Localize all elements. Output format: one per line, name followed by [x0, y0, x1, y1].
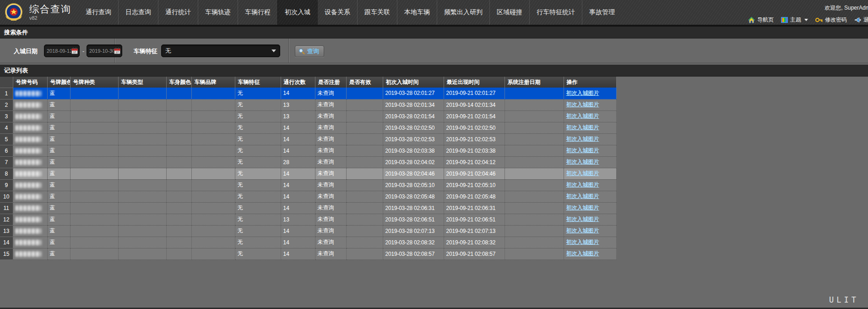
nav-item[interactable]: 事故管理 — [582, 0, 622, 25]
first-enter-image-link[interactable]: 初次入城图片 — [566, 170, 599, 177]
action[interactable]: 初次入城图片 — [564, 145, 616, 156]
column-header[interactable]: 车辆品牌 — [191, 77, 235, 88]
registered-status: 未查询 — [315, 133, 346, 145]
first-enter-image-link[interactable]: 初次入城图片 — [566, 227, 599, 234]
table-row[interactable]: 12蓝无13未查询2019-03-28 02:06:512019-09-21 0… — [0, 214, 616, 225]
column-header[interactable]: 系统注册日期 — [505, 77, 564, 88]
table-row[interactable]: 13蓝无14未查询2019-03-28 02:07:132019-09-21 0… — [0, 225, 616, 237]
first-enter-image-link[interactable]: 初次入城图片 — [566, 101, 599, 108]
table-row[interactable]: 10蓝无14未查询2019-03-28 02:05:482019-09-21 0… — [0, 191, 616, 202]
nav-item[interactable]: 通行查询 — [79, 0, 118, 25]
column-header[interactable]: 车辆类型 — [118, 77, 166, 88]
first-enter-image-link[interactable]: 初次入城图片 — [566, 239, 599, 245]
home-icon — [748, 17, 755, 23]
action[interactable]: 初次入城图片 — [564, 225, 616, 237]
column-header[interactable]: 号牌种类 — [70, 77, 118, 88]
nav-item[interactable]: 车辆行程 — [238, 0, 277, 25]
search-form: 入城日期 2018-09-13 17 - 2019-10-30 17 车辆特征 … — [0, 39, 868, 63]
first-enter-image-link[interactable]: 初次入城图片 — [566, 90, 599, 96]
column-header[interactable]: 操作 — [564, 77, 616, 88]
nav-item[interactable]: 区域碰撞 — [489, 0, 529, 25]
action[interactable]: 初次入城图片 — [564, 122, 616, 133]
valid-status — [346, 122, 383, 133]
action[interactable]: 初次入城图片 — [564, 88, 616, 99]
logout-button[interactable]: 退出 — [854, 16, 868, 24]
calendar-icon[interactable]: 17 — [71, 47, 78, 55]
nav-item[interactable]: 跟车关联 — [357, 0, 397, 25]
action[interactable]: 初次入城图片 — [564, 237, 616, 248]
table-row[interactable]: 2蓝无13未查询2019-03-28 02:01:342019-09-14 02… — [0, 99, 616, 110]
action[interactable]: 初次入城图片 — [564, 214, 616, 225]
nav-item[interactable]: 通行统计 — [158, 0, 198, 25]
table-row[interactable]: 6蓝无14未查询2019-03-28 02:03:382019-09-21 02… — [0, 145, 616, 156]
action[interactable]: 初次入城图片 — [564, 179, 616, 191]
nav-page-button[interactable]: 导航页 — [748, 16, 774, 24]
nav-item[interactable]: 日志查询 — [118, 0, 158, 25]
vehicle-feature: 无 — [235, 225, 281, 237]
table-row[interactable]: 4蓝无14未查询2019-03-28 02:02:502019-09-21 02… — [0, 122, 616, 133]
first-enter-image-link[interactable]: 初次入城图片 — [566, 250, 599, 257]
action[interactable]: 初次入城图片 — [564, 248, 616, 259]
table-row[interactable]: 3蓝无13未查询2019-03-28 02:01:542019-09-21 02… — [0, 110, 616, 122]
action[interactable]: 初次入城图片 — [564, 202, 616, 214]
calendar-icon[interactable]: 17 — [114, 47, 121, 55]
column-header[interactable]: 最近出现时间 — [444, 77, 505, 88]
column-header[interactable]: 号牌号码 — [13, 77, 47, 88]
plate-number — [13, 202, 47, 214]
column-header[interactable]: 车身颜色 — [166, 77, 191, 88]
table-row[interactable]: 8蓝无14未查询2019-03-28 02:04:462019-09-21 02… — [0, 168, 616, 179]
first-enter-image-link[interactable]: 初次入城图片 — [566, 147, 599, 154]
date-to-input[interactable]: 2019-10-30 17 — [87, 44, 122, 57]
first-enter-image-link[interactable]: 初次入城图片 — [566, 216, 599, 222]
action[interactable]: 初次入城图片 — [564, 99, 616, 110]
action[interactable]: 初次入城图片 — [564, 133, 616, 145]
table-row[interactable]: 15蓝无14未查询2019-03-28 02:08:572019-09-21 0… — [0, 248, 616, 259]
date-from-input[interactable]: 2018-09-13 17 — [44, 44, 80, 57]
row-number: 5 — [0, 133, 13, 145]
change-password-button[interactable]: 修改密码 — [815, 16, 847, 24]
action[interactable]: 初次入城图片 — [564, 156, 616, 168]
table-row[interactable]: 5蓝无14未查询2019-03-28 02:02:532019-09-21 02… — [0, 133, 616, 145]
row-number: 6 — [0, 145, 13, 156]
nav-item[interactable]: 行车特征统计 — [529, 0, 582, 25]
column-header[interactable]: 通行次数 — [281, 77, 315, 88]
table-row[interactable]: 1蓝无14未查询2019-03-28 02:01:272019-09-21 02… — [0, 88, 616, 99]
table-row[interactable]: 9蓝无14未查询2019-03-28 02:05:102019-09-21 02… — [0, 179, 616, 191]
theme-icon — [781, 17, 788, 23]
column-header[interactable]: 是否注册 — [315, 77, 346, 88]
pass-count: 13 — [281, 214, 315, 225]
first-enter-image-link[interactable]: 初次入城图片 — [566, 136, 599, 142]
valid-status — [346, 202, 383, 214]
theme-button[interactable]: 主题 — [781, 16, 808, 24]
table-row[interactable]: 14蓝无14未查询2019-03-28 02:08:322019-09-21 0… — [0, 237, 616, 248]
action[interactable]: 初次入城图片 — [564, 168, 616, 179]
vehicle-brand — [191, 202, 235, 214]
vehicle-brand — [191, 248, 235, 259]
column-header[interactable]: 初次入城时间 — [383, 77, 444, 88]
action[interactable]: 初次入城图片 — [564, 110, 616, 122]
column-header[interactable]: 车辆特征 — [235, 77, 281, 88]
column-header[interactable]: 是否有效 — [346, 77, 383, 88]
registered-status: 未查询 — [315, 168, 346, 179]
first-enter-image-link[interactable]: 初次入城图片 — [566, 124, 599, 131]
nav-item[interactable]: 本地车辆 — [397, 0, 437, 25]
action[interactable]: 初次入城图片 — [564, 191, 616, 202]
table-row[interactable]: 11蓝无14未查询2019-03-28 02:06:312019-09-21 0… — [0, 202, 616, 214]
nav-item[interactable]: 初次入城 — [277, 0, 317, 25]
pass-count: 14 — [281, 248, 315, 259]
query-button[interactable]: 查询 — [295, 45, 324, 57]
nav-item[interactable]: 设备关系 — [317, 0, 357, 25]
first-enter-image-link[interactable]: 初次入城图片 — [566, 113, 599, 119]
first-enter-image-link[interactable]: 初次入城图片 — [566, 193, 599, 199]
nav-item[interactable]: 车辆轨迹 — [198, 0, 238, 25]
chevron-down-icon — [804, 19, 808, 21]
first-enter-image-link[interactable]: 初次入城图片 — [566, 182, 599, 188]
first-enter-image-link[interactable]: 初次入城图片 — [566, 204, 599, 211]
column-header[interactable]: 号牌颜色 — [47, 77, 70, 88]
plate-type — [70, 99, 118, 110]
register-date — [505, 168, 564, 179]
vehicle-feature-select[interactable]: 无 — [161, 44, 280, 57]
nav-item[interactable]: 频繁出入研判 — [437, 0, 489, 25]
table-row[interactable]: 7蓝无28未查询2019-03-28 02:04:022019-09-21 02… — [0, 156, 616, 168]
first-enter-image-link[interactable]: 初次入城图片 — [566, 159, 599, 165]
